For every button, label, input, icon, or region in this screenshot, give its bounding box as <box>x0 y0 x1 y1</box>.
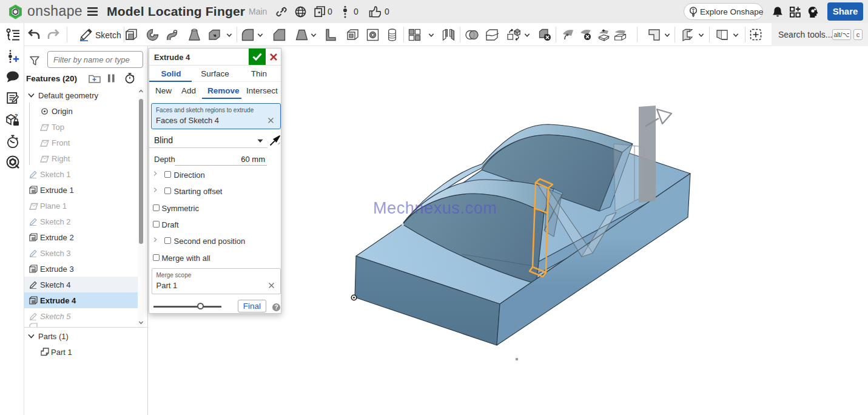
svg-text:?: ? <box>15 113 18 119</box>
svg-text:Mechnexus.com: Mechnexus.com <box>373 199 497 217</box>
